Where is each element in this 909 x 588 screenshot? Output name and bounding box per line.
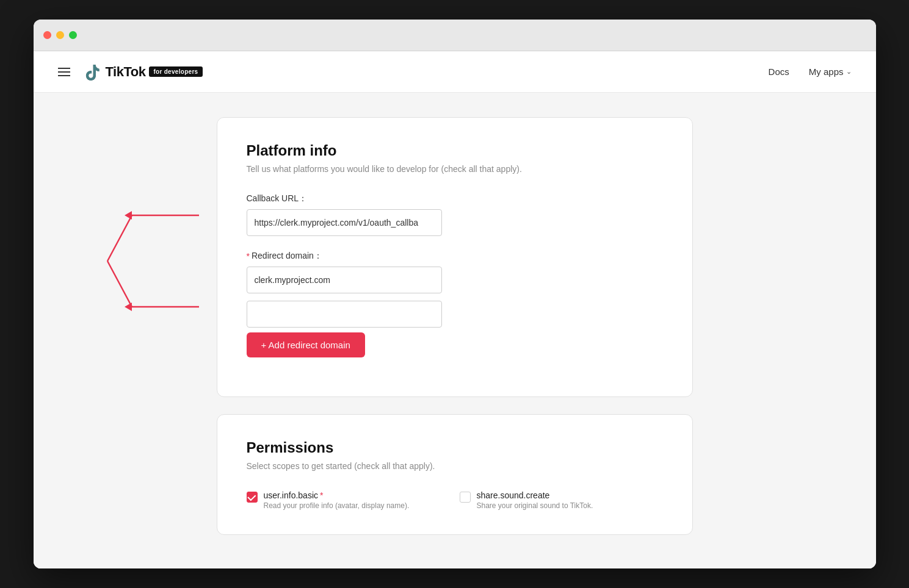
redirect-domain-input-1[interactable] xyxy=(247,267,442,293)
annotation-arrows xyxy=(95,167,217,350)
maximize-button[interactable] xyxy=(69,31,77,39)
callback-url-label: Callback URL： xyxy=(247,193,663,204)
nav-right: Docs My apps ⌄ xyxy=(769,66,852,77)
browser-content: TikTok for developers Docs My apps ⌄ xyxy=(34,51,876,568)
required-asterisk: * xyxy=(247,251,250,261)
redirect-domain-input-2[interactable] xyxy=(247,301,442,328)
user-info-basic-desc: Read your profile info (avatar, display … xyxy=(264,501,410,510)
platform-info-subtitle: Tell us what platforms you would like to… xyxy=(247,164,663,174)
permission-item-user-info-basic: user.info.basic * Read your profile info… xyxy=(247,490,450,510)
for-developers-badge: for developers xyxy=(149,66,202,77)
share-sound-create-name: share.sound.create xyxy=(477,490,593,500)
permissions-card: Permissions Select scopes to get started… xyxy=(217,414,693,535)
add-redirect-label: + Add redirect domain xyxy=(261,340,350,350)
share-sound-create-checkbox[interactable] xyxy=(460,492,471,503)
main-content: Platform info Tell us what platforms you… xyxy=(34,93,876,568)
hamburger-icon[interactable] xyxy=(58,68,70,76)
tiktok-logo-icon xyxy=(82,62,102,82)
my-apps-menu[interactable]: My apps ⌄ xyxy=(809,66,852,77)
callback-url-input[interactable] xyxy=(247,209,442,236)
title-bar xyxy=(34,20,876,51)
permissions-grid: user.info.basic * Read your profile info… xyxy=(247,490,663,510)
share-sound-create-text: share.sound.create Share your original s… xyxy=(477,490,593,510)
svg-line-3 xyxy=(107,261,132,307)
user-info-basic-checkbox[interactable] xyxy=(247,492,258,503)
docs-link[interactable]: Docs xyxy=(769,66,789,77)
permissions-subtitle: Select scopes to get started (check all … xyxy=(247,461,663,471)
browser-window: TikTok for developers Docs My apps ⌄ xyxy=(34,20,876,568)
callback-url-group: Callback URL： xyxy=(247,193,663,236)
user-info-basic-name: user.info.basic * xyxy=(264,490,410,500)
platform-info-title: Platform info xyxy=(247,142,663,159)
user-info-basic-required: * xyxy=(320,490,323,500)
redirect-domain-label: * Redirect domain： xyxy=(247,251,663,262)
redirect-domains-list xyxy=(247,267,663,328)
nav-left: TikTok for developers xyxy=(58,62,203,82)
permissions-title: Permissions xyxy=(247,439,663,456)
user-info-basic-text: user.info.basic * Read your profile info… xyxy=(264,490,410,510)
logo-area: TikTok for developers xyxy=(82,62,203,82)
add-redirect-domain-button[interactable]: + Add redirect domain xyxy=(247,332,365,357)
my-apps-label: My apps xyxy=(809,66,844,77)
share-sound-create-desc: Share your original sound to TikTok. xyxy=(477,501,593,510)
minimize-button[interactable] xyxy=(56,31,64,39)
close-button[interactable] xyxy=(43,31,51,39)
redirect-domain-label-text: Redirect domain： xyxy=(252,251,322,262)
permission-item-share-sound-create: share.sound.create Share your original s… xyxy=(460,490,663,510)
svg-line-2 xyxy=(107,215,132,261)
tiktok-wordmark: TikTok xyxy=(106,64,146,80)
svg-marker-5 xyxy=(125,303,132,311)
navbar: TikTok for developers Docs My apps ⌄ xyxy=(34,51,876,93)
platform-info-card: Platform info Tell us what platforms you… xyxy=(217,117,693,397)
redirect-domain-group: * Redirect domain： + Add redirect domain xyxy=(247,251,663,357)
chevron-down-icon: ⌄ xyxy=(846,68,852,76)
svg-marker-1 xyxy=(125,211,132,220)
